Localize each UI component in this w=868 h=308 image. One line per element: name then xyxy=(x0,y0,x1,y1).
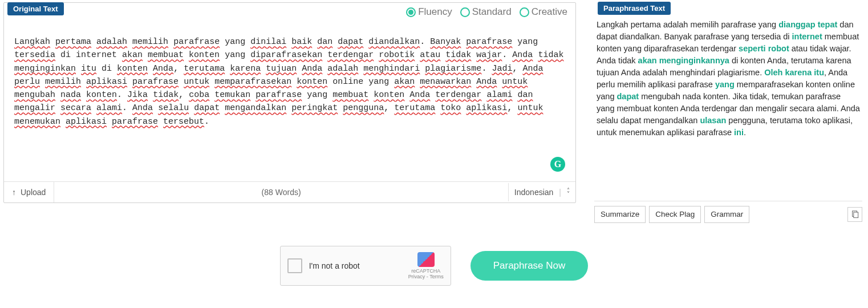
mode-standard-label: Standard xyxy=(472,6,512,18)
radio-icon xyxy=(520,7,529,17)
check-plag-button[interactable]: Check Plag xyxy=(649,206,701,223)
copy-button[interactable] xyxy=(847,207,862,222)
original-text-panel: Original Text Fluency Standard Creative … xyxy=(3,2,576,203)
output-actions: Summarize Check Plag Grammar xyxy=(594,201,862,223)
mode-fluency-label: Fluency xyxy=(418,6,452,18)
mode-selector: Fluency Standard Creative xyxy=(406,6,567,18)
radio-icon xyxy=(460,7,470,17)
copy-icon xyxy=(851,210,859,218)
language-selector[interactable]: Indonesian | ˄˅ xyxy=(508,183,575,201)
language-label: Indonesian xyxy=(514,188,554,197)
paraphrased-text-output[interactable]: Langkah pertama adalah memilih parafrase… xyxy=(594,19,862,201)
upload-label: Upload xyxy=(21,188,46,197)
paraphrase-now-button[interactable]: Paraphrase Now xyxy=(470,251,589,281)
svg-rect-1 xyxy=(854,212,858,218)
upload-button[interactable]: ↑ Upload xyxy=(4,182,54,202)
grammar-button[interactable]: Grammar xyxy=(704,206,749,223)
mode-creative[interactable]: Creative xyxy=(520,6,567,18)
original-text-input[interactable]: Langkah pertama adalah memilih parafrase… xyxy=(4,16,575,181)
mode-standard[interactable]: Standard xyxy=(460,6,512,18)
recaptcha-widget[interactable]: I'm not a robot reCAPTCHA Privacy - Term… xyxy=(280,246,451,286)
submit-row: I'm not a robot reCAPTCHA Privacy - Term… xyxy=(3,246,865,286)
summarize-button[interactable]: Summarize xyxy=(594,206,646,223)
original-text-badge: Original Text xyxy=(7,2,64,15)
recaptcha-logo-icon xyxy=(417,252,435,267)
recaptcha-branding: reCAPTCHA Privacy - Terms xyxy=(408,252,444,279)
word-count: (88 Words) xyxy=(54,188,508,197)
paraphrased-text-badge: Paraphrased Text xyxy=(598,2,671,15)
original-bottom-bar: ↑ Upload (88 Words) Indonesian | ˄˅ xyxy=(4,181,575,202)
recaptcha-label: I'm not a robot xyxy=(309,261,401,270)
mode-creative-label: Creative xyxy=(532,6,567,18)
grammarly-icon[interactable]: G xyxy=(550,157,565,172)
mode-fluency[interactable]: Fluency xyxy=(406,6,452,18)
upload-icon: ↑ xyxy=(12,188,16,197)
chevron-updown-icon: ˄˅ xyxy=(567,189,570,196)
paraphrased-text-panel: Paraphrased Text Langkah pertama adalah … xyxy=(594,2,862,223)
recaptcha-checkbox[interactable] xyxy=(287,258,302,273)
radio-selected-icon xyxy=(406,7,416,17)
